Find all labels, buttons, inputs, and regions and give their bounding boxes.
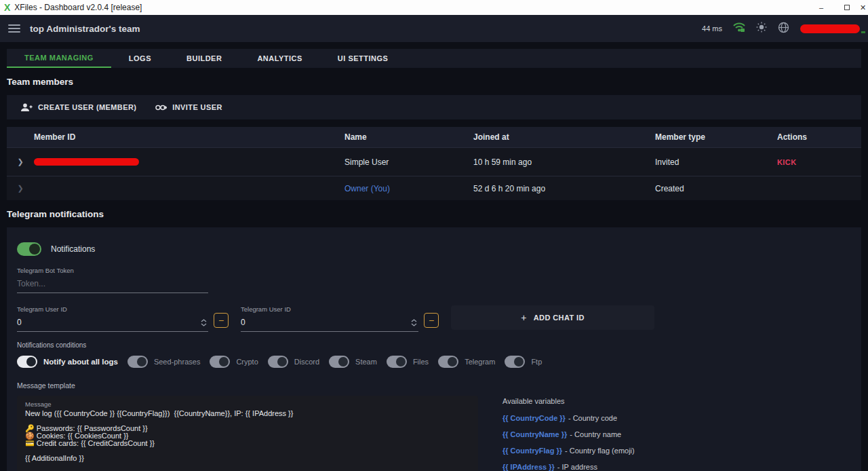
- add-chat-id-button[interactable]: + ADD CHAT ID: [451, 305, 654, 330]
- available-variables: Available variables {{ CountryCode }}- C…: [502, 396, 720, 471]
- member-joined: 52 d 6 h 20 min ago: [473, 184, 655, 193]
- member-joined: 10 h 59 min ago: [473, 157, 655, 167]
- user-id-label: Telegram User ID: [241, 305, 418, 313]
- toggle-seed-phrases[interactable]: [127, 356, 148, 368]
- telegram-panel: Notifications Telegram Bot Token Telegra…: [7, 227, 861, 471]
- add-chat-id-label: ADD CHAT ID: [534, 314, 585, 322]
- conditions-label: Notifications conditions: [17, 341, 851, 349]
- col-joined-at: Joined at: [473, 132, 655, 142]
- variables-heading: Available variables: [502, 397, 720, 405]
- minimize-button[interactable]: –: [808, 0, 834, 15]
- toggle-ftp[interactable]: [505, 356, 525, 368]
- conditions-row: Notify about all logs Seed-phrases Crypt…: [17, 356, 851, 368]
- table-row: ❯ Owner (You) 52 d 6 h 20 min ago Create…: [7, 176, 861, 200]
- bot-token-label: Telegram Bot Token: [17, 267, 208, 274]
- toggle-discord[interactable]: [268, 356, 288, 368]
- create-user-button[interactable]: CREATE USER (MEMBER): [20, 103, 136, 112]
- invite-user-label: INVITE USER: [172, 103, 222, 111]
- ping-value: 44 ms: [702, 24, 722, 33]
- user-id-input[interactable]: [17, 316, 208, 332]
- expand-row-icon[interactable]: ❯: [7, 157, 34, 166]
- notifications-toggle[interactable]: [17, 242, 41, 256]
- user-id-input[interactable]: [241, 316, 418, 332]
- user-id-label: Telegram User ID: [17, 305, 208, 313]
- expand-row-icon[interactable]: ❯: [7, 184, 34, 193]
- username-redacted[interactable]: [800, 24, 860, 33]
- variable-item: {{ CountryCode }}- Country code: [502, 414, 720, 422]
- kick-button[interactable]: KICK: [777, 158, 797, 166]
- wifi-lock-icon: [733, 22, 745, 35]
- tab-team-managing[interactable]: TEAM MANAGING: [7, 49, 111, 68]
- message-template-label: Message template: [17, 381, 851, 390]
- tab-logs[interactable]: LOGS: [111, 49, 169, 68]
- variable-item: {{ CountryFlag }}- Country flag (emoji): [502, 447, 720, 455]
- xfiles-logo-icon: X: [4, 3, 10, 12]
- invite-user-button[interactable]: INVITE USER: [155, 103, 222, 111]
- create-user-label: CREATE USER (MEMBER): [38, 103, 136, 111]
- spinner-arrows[interactable]: [201, 319, 207, 326]
- col-name: Name: [344, 132, 473, 142]
- tab-ui-settings[interactable]: UI SETTINGS: [320, 49, 406, 68]
- tab-analytics[interactable]: ANALYTICS: [239, 49, 319, 68]
- variable-item: {{ CountryName }}- Country name: [502, 430, 720, 438]
- table-header: Member ID Name Joined at Member type Act…: [7, 127, 861, 147]
- remove-chat-id-button[interactable]: −: [214, 313, 229, 328]
- member-name: Simple User: [344, 157, 473, 167]
- toggle-files[interactable]: [387, 356, 407, 368]
- bot-token-input[interactable]: [17, 278, 208, 293]
- link-icon: [155, 104, 167, 111]
- toggle-crypto[interactable]: [210, 356, 230, 368]
- notifications-toggle-label: Notifications: [51, 244, 95, 254]
- main-tabs: TEAM MANAGING LOGS BUILDER ANALYTICS UI …: [7, 49, 861, 68]
- member-id-redacted: [34, 158, 139, 166]
- globe-icon[interactable]: [778, 22, 789, 36]
- table-row: ❯ Simple User 10 h 59 min ago Invited KI…: [7, 147, 861, 176]
- owner-name-link[interactable]: Owner (You): [344, 184, 390, 193]
- toggle-steam[interactable]: [329, 356, 349, 368]
- member-type: Created: [655, 184, 777, 193]
- col-member-type: Member type: [655, 132, 777, 142]
- message-template-input[interactable]: Message New log ({{ CountryCode }} {{Cou…: [17, 396, 478, 471]
- close-button[interactable]: ✕: [860, 0, 868, 15]
- telegram-heading: Telegram notifications: [7, 209, 861, 219]
- team-title: top Administrador's team: [30, 24, 140, 34]
- member-type: Invited: [655, 157, 777, 167]
- person-add-icon: [20, 103, 33, 112]
- window-title: XFiles - Dashboard v2.0.4 [release]: [14, 3, 142, 12]
- toggle-telegram[interactable]: [438, 356, 458, 368]
- team-members-heading: Team members: [7, 77, 861, 87]
- menu-icon[interactable]: [8, 22, 20, 35]
- toggle-all-logs[interactable]: [17, 356, 37, 368]
- spinner-arrows[interactable]: [411, 319, 417, 326]
- remove-chat-id-button[interactable]: −: [424, 313, 439, 328]
- tab-builder[interactable]: BUILDER: [169, 49, 239, 68]
- plus-icon: +: [521, 312, 527, 323]
- col-actions: Actions: [777, 132, 861, 142]
- brightness-icon[interactable]: [756, 22, 767, 35]
- members-table: Member ID Name Joined at Member type Act…: [7, 127, 861, 200]
- restore-button[interactable]: [834, 0, 860, 15]
- app-header: top Administrador's team 44 ms: [0, 15, 868, 42]
- window-titlebar: X XFiles - Dashboard v2.0.4 [release] – …: [0, 0, 868, 15]
- message-inner-label: Message: [25, 400, 470, 408]
- members-toolbar: CREATE USER (MEMBER) INVITE USER: [7, 95, 861, 119]
- col-member-id: Member ID: [34, 132, 344, 142]
- variable-item: {{ IPAddress }}- IP address: [502, 463, 720, 471]
